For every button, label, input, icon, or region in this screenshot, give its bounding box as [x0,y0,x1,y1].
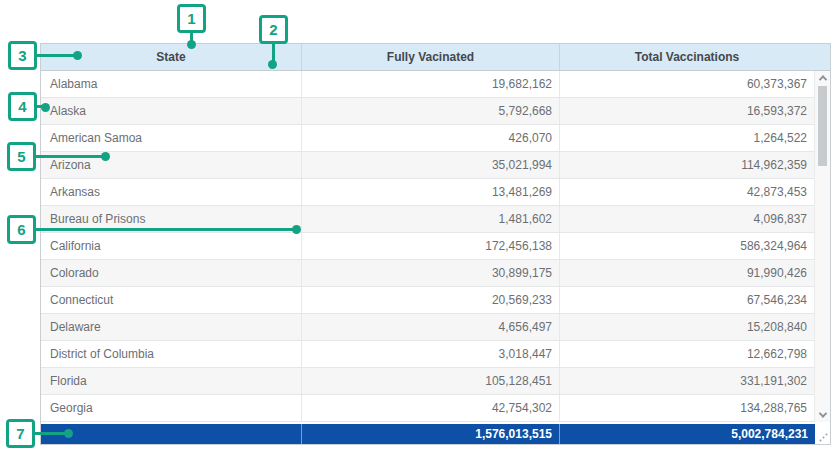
annotation-marker-1: 1 [177,4,206,33]
cell-fully-vaccinated: 4,656,497 [302,314,560,340]
cell-state: Connecticut [41,287,302,313]
cell-total-vaccinations: 134,288,765 [560,395,814,421]
cell-fully-vaccinated: 5,792,668 [302,98,560,124]
cell-total-vaccinations: 114,962,359 [560,152,814,178]
cell-state: Georgia [41,395,302,421]
cell-state: Florida [41,368,302,394]
cell-state: Alabama [41,71,302,97]
annotation-marker-5: 5 [7,142,36,171]
cell-state: Delaware [41,314,302,340]
cell-total-vaccinations: 67,546,234 [560,287,814,313]
table-body: Alabama 19,682,162 60,373,367 Alaska 5,7… [41,71,814,422]
annotation-stem-5 [34,155,105,158]
annotation-stem-7 [33,432,68,435]
cell-total-vaccinations: 331,191,302 [560,368,814,394]
column-header-fully-vaccinated: Fully Vacinated [302,44,560,70]
resize-grip-icon[interactable] [819,433,828,442]
cell-fully-vaccinated: 426,070 [302,125,560,151]
table-row[interactable]: Arizona 35,021,994 114,962,359 [41,152,814,179]
table-row[interactable]: Alabama 19,682,162 60,373,367 [41,71,814,98]
scroll-down-button[interactable] [815,408,830,422]
cell-fully-vaccinated: 19,682,162 [302,71,560,97]
cell-total-vaccinations: 91,990,426 [560,260,814,286]
table-row[interactable]: Arkansas 13,481,269 42,873,453 [41,179,814,206]
summary-cell-total-vaccinations: 5,002,784,231 [560,424,815,444]
cell-state: District of Columbia [41,341,302,367]
annotation-marker-7: 7 [6,419,35,448]
table-row[interactable]: Colorado 30,899,175 91,990,426 [41,260,814,287]
cell-total-vaccinations: 12,662,798 [560,341,814,367]
vertical-scrollbar[interactable] [814,71,830,422]
cell-total-vaccinations: 42,873,453 [560,179,814,205]
scrollbar-thumb[interactable] [818,86,827,166]
table-row[interactable]: Alaska 5,792,668 16,593,372 [41,98,814,125]
annotation-marker-3: 3 [8,41,37,70]
cell-fully-vaccinated: 13,481,269 [302,179,560,205]
table-row[interactable]: Florida 105,128,451 331,191,302 [41,368,814,395]
annotation-dot-2 [268,60,277,69]
cell-total-vaccinations: 4,096,837 [560,206,814,232]
cell-state: Alaska [41,98,302,124]
scroll-up-button[interactable] [815,71,830,85]
cell-fully-vaccinated: 20,569,233 [302,287,560,313]
annotation-marker-4: 4 [8,92,37,121]
table-body-area: Alabama 19,682,162 60,373,367 Alaska 5,7… [41,71,830,422]
cell-total-vaccinations: 586,324,964 [560,233,814,259]
table-row[interactable]: Delaware 4,656,497 15,208,840 [41,314,814,341]
annotation-dot-4 [41,103,50,112]
annotation-stem-3 [36,54,77,57]
annotation-stem-6 [34,228,297,231]
chevron-down-icon [818,409,826,417]
annotation-marker-2: 2 [259,15,288,44]
cell-fully-vaccinated: 42,754,302 [302,395,560,421]
cell-fully-vaccinated: 3,018,447 [302,341,560,367]
table-row[interactable]: American Samoa 426,070 1,264,522 [41,125,814,152]
table-row[interactable]: Connecticut 20,569,233 67,546,234 [41,287,814,314]
screenshot-canvas: State Fully Vacinated Total Vaccinations… [0,0,833,453]
annotation-dot-7 [64,429,73,438]
column-header-total-vaccinations: Total Vaccinations [560,44,814,70]
cell-fully-vaccinated: 105,128,451 [302,368,560,394]
table-row[interactable]: District of Columbia 3,018,447 12,662,79… [41,341,814,368]
table-row[interactable]: California 172,456,138 586,324,964 [41,233,814,260]
summary-cell-fully-vaccinated: 1,576,013,515 [302,424,560,444]
cell-fully-vaccinated: 30,899,175 [302,260,560,286]
cell-total-vaccinations: 16,593,372 [560,98,814,124]
summary-row: 1,576,013,515 5,002,784,231 [41,424,815,444]
annotation-marker-6: 6 [7,215,36,244]
table-row[interactable]: Georgia 42,754,302 134,288,765 [41,395,814,422]
cell-total-vaccinations: 1,264,522 [560,125,814,151]
table-header-row: State Fully Vacinated Total Vaccinations [41,44,830,71]
cell-state: California [41,233,302,259]
cell-total-vaccinations: 60,373,367 [560,71,814,97]
cell-fully-vaccinated: 35,021,994 [302,152,560,178]
vaccination-table: State Fully Vacinated Total Vaccinations… [40,43,831,445]
chevron-up-icon [818,75,826,83]
cell-state: Arkansas [41,179,302,205]
cell-fully-vaccinated: 172,456,138 [302,233,560,259]
annotation-dot-6 [292,225,301,234]
annotation-dot-3 [73,51,82,60]
cell-total-vaccinations: 15,208,840 [560,314,814,340]
cell-state: American Samoa [41,125,302,151]
cell-state: Colorado [41,260,302,286]
annotation-dot-5 [101,152,110,161]
annotation-dot-1 [187,40,196,49]
summary-cell-state [41,424,302,444]
cell-fully-vaccinated: 1,481,602 [302,206,560,232]
header-scrollbar-spacer [814,44,830,70]
